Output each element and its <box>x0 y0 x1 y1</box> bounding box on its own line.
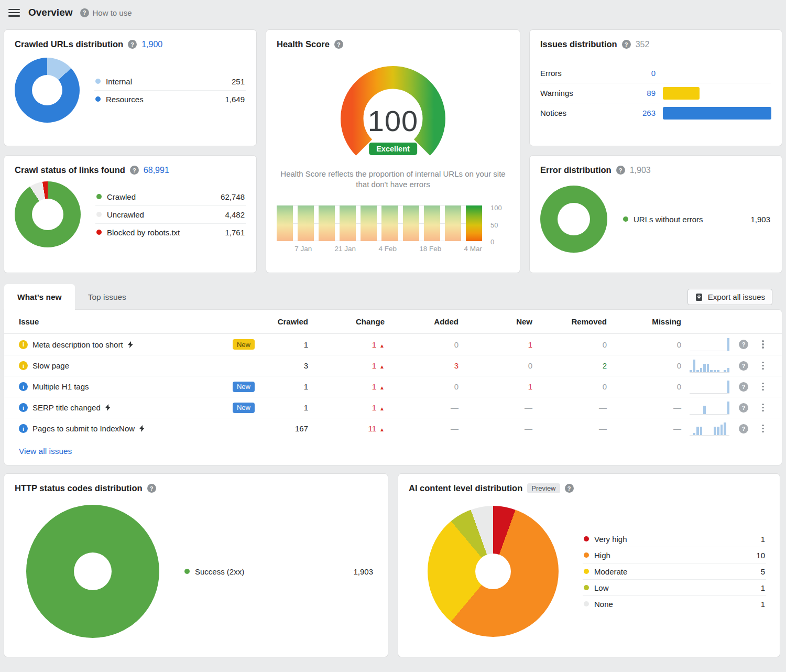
legend-label: High <box>594 551 610 560</box>
legend-dot <box>96 212 102 217</box>
kebab-menu-icon[interactable] <box>759 402 767 414</box>
legend-item[interactable]: High10 <box>583 547 766 563</box>
legend-item[interactable]: Moderate5 <box>583 563 766 579</box>
issue-row: Meta description too shortNew110100 <box>4 334 782 355</box>
legend-dot <box>584 552 589 558</box>
help-icon[interactable] <box>739 382 748 392</box>
card-health-score: Health Score 100 <box>266 30 520 273</box>
issue-label[interactable]: Slow page <box>32 361 69 370</box>
up-triangle-icon <box>376 382 385 391</box>
up-triangle-icon <box>376 361 385 370</box>
help-icon[interactable] <box>622 40 631 49</box>
export-all-issues-button[interactable]: Export all issues <box>687 289 772 305</box>
change-value: 1 <box>308 361 385 370</box>
tab-top-issues[interactable]: Top issues <box>75 284 139 310</box>
column-header: Added <box>385 317 458 326</box>
help-icon[interactable] <box>130 166 139 175</box>
menu-icon[interactable] <box>8 9 20 17</box>
total-link[interactable]: 1,900 <box>141 40 162 49</box>
new-badge: New <box>233 339 255 350</box>
new-value: 1 <box>458 340 532 349</box>
up-triangle-icon <box>376 403 385 412</box>
legend-label: None <box>594 600 613 609</box>
kebab-menu-icon[interactable] <box>759 422 767 435</box>
help-icon[interactable] <box>616 166 625 175</box>
bottom-cards-grid: HTTP status codes distribution Success (… <box>4 474 782 657</box>
trend-bar <box>466 205 482 241</box>
legend-value: 1 <box>761 600 765 609</box>
warning-icon <box>19 340 28 349</box>
legend-item[interactable]: Uncrawled4,482 <box>95 205 246 223</box>
trend-x-label <box>401 245 414 254</box>
total-link[interactable]: 68,991 <box>144 166 169 175</box>
legend-item[interactable]: Blocked by robots.txt1,761 <box>95 223 246 241</box>
missing-value: — <box>607 424 681 433</box>
help-icon[interactable] <box>334 40 343 49</box>
topbar: Overview How to use <box>0 0 786 25</box>
kebab-menu-icon[interactable] <box>759 360 767 372</box>
legend-item[interactable]: Internal251 <box>94 73 246 90</box>
kebab-menu-icon[interactable] <box>759 338 767 351</box>
issue-label[interactable]: Meta description too short <box>32 340 123 349</box>
distribution-value-link[interactable]: 0 <box>626 69 656 78</box>
issue-label[interactable]: SERP title changed <box>32 403 101 412</box>
help-icon[interactable] <box>739 403 748 413</box>
http-status-donut-chart <box>26 505 159 638</box>
error-distribution-legend: URLs without errors1,903 <box>622 211 771 228</box>
new-value: 0 <box>458 361 532 370</box>
help-icon[interactable] <box>147 484 156 493</box>
distribution-bar <box>663 107 771 120</box>
help-icon[interactable] <box>739 424 748 433</box>
legend-item[interactable]: Crawled62,748 <box>95 188 246 205</box>
column-header: Crawled <box>260 317 308 326</box>
legend-value: 4,482 <box>225 210 245 219</box>
help-icon <box>80 8 89 17</box>
trend-x-label <box>446 245 459 254</box>
card-title: Error distribution <box>540 165 612 175</box>
trend-x-label: 4 Mar <box>464 245 482 254</box>
added-value: 0 <box>385 382 458 391</box>
help-icon[interactable] <box>565 484 574 493</box>
legend-item[interactable]: URLs without errors1,903 <box>622 211 771 228</box>
legend-label: URLs without errors <box>634 215 703 224</box>
tab-whats-new[interactable]: What's new <box>4 284 75 310</box>
spark-cell <box>681 422 733 436</box>
ai-content-pie-chart <box>428 506 559 637</box>
legend-item[interactable]: Very high1 <box>583 531 766 547</box>
help-icon[interactable] <box>739 340 748 349</box>
trend-bar <box>361 205 377 241</box>
issue-label[interactable]: Multiple H1 tags <box>32 382 89 391</box>
legend-item[interactable]: Low1 <box>583 579 766 595</box>
kebab-cell <box>755 402 771 414</box>
issue-label[interactable]: Pages to submit to IndexNow <box>32 424 135 433</box>
legend-item[interactable]: Success (2xx)1,903 <box>183 563 374 580</box>
legend-dot <box>96 194 102 199</box>
help-icon[interactable] <box>128 40 137 49</box>
spark-cell <box>681 380 733 394</box>
trend-x-label: 7 Jan <box>294 245 312 254</box>
legend-item[interactable]: Resources1,649 <box>94 90 246 108</box>
distribution-value-link[interactable]: 263 <box>626 109 656 117</box>
how-to-use-link[interactable]: How to use <box>80 8 132 17</box>
issue-row: Pages to submit to IndexNow16711———— <box>4 418 782 439</box>
legend-value: 251 <box>232 77 245 86</box>
card-title: Crawled URLs distribution <box>15 39 123 49</box>
view-all-issues-link[interactable]: View all issues <box>4 439 72 465</box>
distribution-bar <box>663 87 771 100</box>
issues-panel: What's new Top issues Export all issues … <box>4 284 782 465</box>
help-icon[interactable] <box>739 361 748 371</box>
kebab-menu-icon[interactable] <box>759 381 767 393</box>
dashboard: Crawled URLs distribution 1,900 Internal… <box>0 25 786 661</box>
legend-label: Success (2xx) <box>195 567 244 576</box>
legend-dot <box>184 569 190 574</box>
legend-dot <box>95 79 101 84</box>
legend-label: Very high <box>594 535 627 544</box>
legend-item[interactable]: None1 <box>583 595 766 612</box>
legend-label: Internal <box>106 77 132 86</box>
crawled-value: 167 <box>260 424 308 433</box>
spark-cell <box>681 338 733 351</box>
card-error-distribution: Error distribution 1,903 URLs without er… <box>530 156 782 273</box>
legend-dot <box>584 601 589 606</box>
history-sparkline <box>690 380 729 394</box>
distribution-value-link[interactable]: 89 <box>626 89 656 97</box>
